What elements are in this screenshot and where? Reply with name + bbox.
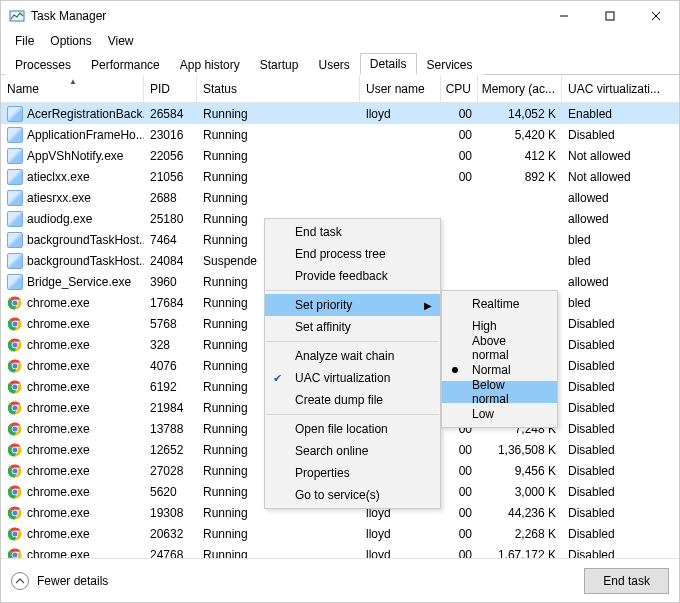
cell-name: chrome.exe	[1, 355, 144, 376]
process-icon	[7, 232, 23, 248]
table-row[interactable]: chrome.exe20632Runninglloyd002,268 KDisa…	[1, 523, 679, 544]
menu-view[interactable]: View	[100, 32, 142, 50]
col-uac[interactable]: UAC virtualizati...	[562, 75, 659, 102]
cell-pid: 7464	[144, 229, 197, 250]
cell-user: lloyd	[360, 544, 441, 558]
svg-rect-0	[10, 11, 24, 21]
cell-user: lloyd	[360, 523, 441, 544]
close-button[interactable]	[633, 1, 679, 31]
cell-cpu: 00	[441, 124, 478, 145]
menu-file[interactable]: File	[7, 32, 42, 50]
svg-rect-2	[606, 12, 614, 20]
tab-app-history[interactable]: App history	[170, 54, 250, 75]
menu-item[interactable]: Below normal	[442, 381, 557, 403]
cell-pid: 2688	[144, 187, 197, 208]
tab-performance[interactable]: Performance	[81, 54, 170, 75]
chrome-icon	[7, 526, 23, 542]
cell-name: chrome.exe	[1, 313, 144, 334]
cell-user	[360, 124, 441, 145]
menu-item[interactable]: End process tree	[265, 243, 440, 265]
cell-name: AcerRegistrationBack...	[1, 103, 144, 124]
table-row[interactable]: atieclxx.exe21056Running00892 KNot allow…	[1, 166, 679, 187]
menu-options[interactable]: Options	[42, 32, 99, 50]
context-menu: End taskEnd process treeProvide feedback…	[264, 218, 441, 509]
cell-uac: Disabled	[562, 124, 659, 145]
chrome-icon	[7, 337, 23, 353]
process-icon	[7, 211, 23, 227]
tab-startup[interactable]: Startup	[250, 54, 309, 75]
menu-item[interactable]: Create dump file	[265, 389, 440, 411]
cell-cpu: 00	[441, 544, 478, 558]
menu-item[interactable]: Analyze wait chain	[265, 345, 440, 367]
menu-item[interactable]: ✔UAC virtualization	[265, 367, 440, 389]
maximize-button[interactable]	[587, 1, 633, 31]
col-name[interactable]: Name▲	[1, 75, 144, 102]
table-row[interactable]: AppVShNotify.exe22056Running00412 KNot a…	[1, 145, 679, 166]
col-cpu[interactable]: CPU	[441, 75, 478, 102]
tab-details[interactable]: Details	[360, 53, 417, 75]
fewer-details-label: Fewer details	[37, 574, 108, 588]
menu-item[interactable]: Open file location	[265, 418, 440, 440]
cell-name: chrome.exe	[1, 397, 144, 418]
table-row[interactable]: ApplicationFrameHo...23016Running005,420…	[1, 124, 679, 145]
cell-name: chrome.exe	[1, 481, 144, 502]
col-memory[interactable]: Memory (ac...	[478, 75, 562, 102]
minimize-button[interactable]	[541, 1, 587, 31]
menu-item[interactable]: Provide feedback	[265, 265, 440, 287]
process-icon	[7, 148, 23, 164]
end-task-button[interactable]: End task	[584, 568, 669, 594]
cell-status: Running	[197, 187, 360, 208]
cell-name: atieclxx.exe	[1, 166, 144, 187]
cell-mem: 892 K	[478, 166, 562, 187]
process-icon	[7, 127, 23, 143]
cell-mem	[478, 250, 562, 271]
cell-uac: Disabled	[562, 481, 659, 502]
col-pid[interactable]: PID	[144, 75, 197, 102]
menu-item[interactable]: Set affinity	[265, 316, 440, 338]
cell-name: audiodg.exe	[1, 208, 144, 229]
cell-cpu	[441, 187, 478, 208]
submenu-arrow-icon: ▶	[424, 300, 432, 311]
menu-item[interactable]: Properties	[265, 462, 440, 484]
menu-item[interactable]: Search online	[265, 440, 440, 462]
cell-cpu: 00	[441, 166, 478, 187]
cell-mem: 14,052 K	[478, 103, 562, 124]
tab-processes[interactable]: Processes	[5, 54, 81, 75]
menu-item[interactable]: Low	[442, 403, 557, 425]
chrome-icon	[7, 484, 23, 500]
cell-uac: Disabled	[562, 397, 659, 418]
sort-indicator-icon: ▲	[69, 77, 77, 86]
cell-mem: 9,456 K	[478, 460, 562, 481]
chrome-icon	[7, 379, 23, 395]
cell-status: Running	[197, 166, 360, 187]
menu-item[interactable]: Realtime	[442, 293, 557, 315]
process-list[interactable]: AcerRegistrationBack...26584Runninglloyd…	[1, 103, 679, 558]
table-row[interactable]: chrome.exe24768Runninglloyd001,67,172 KD…	[1, 544, 679, 558]
cell-cpu: 00	[441, 439, 478, 460]
tab-users[interactable]: Users	[308, 54, 359, 75]
cell-pid: 25180	[144, 208, 197, 229]
table-row[interactable]: AcerRegistrationBack...26584Runninglloyd…	[1, 103, 679, 124]
table-row[interactable]: atiesrxx.exe2688Runningallowed	[1, 187, 679, 208]
menu-separator	[266, 290, 439, 291]
cell-user	[360, 187, 441, 208]
svg-point-34	[12, 489, 17, 494]
cell-status: Running	[197, 544, 360, 558]
col-username[interactable]: User name	[360, 75, 441, 102]
fewer-details-button[interactable]: Fewer details	[11, 572, 108, 590]
cell-mem: 5,420 K	[478, 124, 562, 145]
col-status[interactable]: Status	[197, 75, 360, 102]
priority-submenu: RealtimeHighAbove normalNormalBelow norm…	[441, 290, 558, 428]
cell-pid: 328	[144, 334, 197, 355]
menu-item[interactable]: Go to service(s)	[265, 484, 440, 506]
menu-item[interactable]: Above normal	[442, 337, 557, 359]
task-manager-window: Task Manager File Options View Processes…	[0, 0, 680, 603]
cell-pid: 6192	[144, 376, 197, 397]
cell-name: ApplicationFrameHo...	[1, 124, 144, 145]
menu-item[interactable]: End task	[265, 221, 440, 243]
cell-mem: 44,236 K	[478, 502, 562, 523]
menu-item[interactable]: Set priority▶	[265, 294, 440, 316]
tab-services[interactable]: Services	[417, 54, 483, 75]
cell-uac: bled	[562, 229, 659, 250]
cell-pid: 5620	[144, 481, 197, 502]
